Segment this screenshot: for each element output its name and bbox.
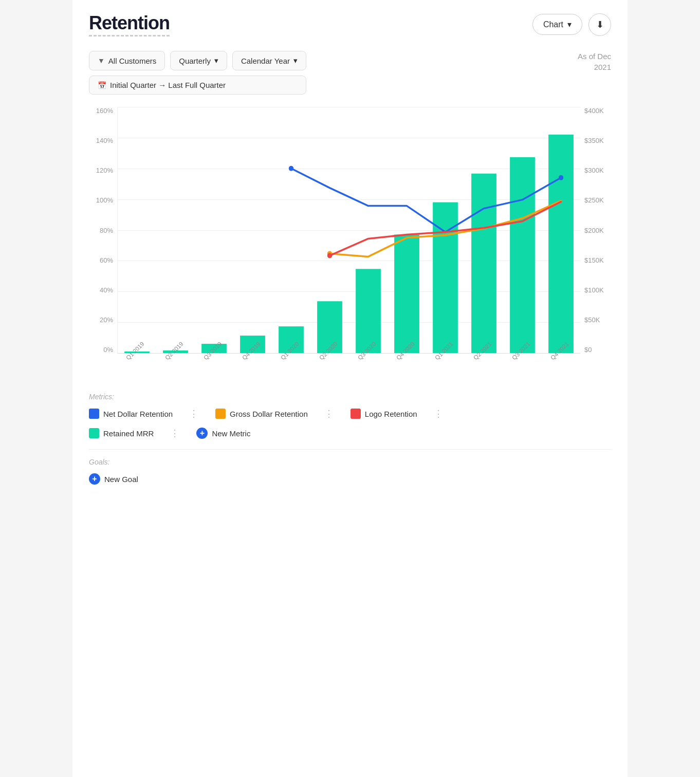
y-left-40: 40% <box>100 286 113 294</box>
calendar-icon: 📅 <box>98 81 106 89</box>
x-label-q1-2019: Q1 2019 <box>117 357 156 363</box>
quarterly-filter[interactable]: Quarterly ▾ <box>170 51 227 70</box>
y-left-100: 100% <box>96 196 113 204</box>
date-range-label: Initial Quarter → Last Full Quarter <box>110 81 226 89</box>
logo-color-box <box>351 409 361 419</box>
y-axis-left: 160% 140% 120% 100% 80% 60% 40% 20% 0% <box>89 107 117 354</box>
gdr-color-box <box>215 409 226 419</box>
bar-q4-2021 <box>548 135 574 353</box>
calendar-year-chevron-icon: ▾ <box>293 56 298 65</box>
mrr-label: Retained MRR <box>103 429 154 438</box>
ndr-menu-icon[interactable]: ⋮ <box>189 408 199 419</box>
goals-section: Goals: + New Goal <box>89 449 611 485</box>
logo-label: Logo Retention <box>365 410 417 418</box>
chart-button-label: Chart <box>543 20 563 29</box>
legend-logo: Logo Retention <box>351 409 417 419</box>
x-label-q3-2019: Q3 2019 <box>194 357 233 363</box>
quarterly-label: Quarterly <box>179 57 211 65</box>
goals-label: Goals: <box>89 458 611 466</box>
x-label-q4-2021: Q4 2021 <box>542 357 580 363</box>
bar-q3-2021 <box>510 157 535 353</box>
bar-q3-2020 <box>356 269 381 353</box>
y-right-100k: $100K <box>584 286 604 294</box>
all-customers-filter[interactable]: ▼ All Customers <box>89 51 165 70</box>
new-goal-item[interactable]: + New Goal <box>89 473 138 485</box>
x-label-q2-2020: Q2 2020 <box>310 357 348 363</box>
logo-menu-icon[interactable]: ⋮ <box>434 408 444 419</box>
mrr-menu-icon[interactable]: ⋮ <box>170 428 180 439</box>
chart-plot <box>117 107 580 354</box>
download-icon: ⬇ <box>596 19 604 30</box>
y-right-350k: $350K <box>584 137 604 144</box>
bar-q4-2020 <box>394 234 419 353</box>
x-label-q3-2020: Q3 2020 <box>348 357 387 363</box>
goals-row: + New Goal <box>89 473 611 485</box>
y-left-60: 60% <box>100 256 113 264</box>
filter-left-group: ▼ All Customers Quarterly ▾ Calendar Yea… <box>89 51 306 95</box>
y-left-20: 20% <box>100 316 113 324</box>
chart-area: 160% 140% 120% 100% 80% 60% 40% 20% 0% $… <box>89 107 611 374</box>
y-left-160: 160% <box>96 107 113 115</box>
filter-icon: ▼ <box>98 57 105 65</box>
quarterly-chevron-icon: ▾ <box>214 56 218 65</box>
x-label-q4-2019: Q4 2019 <box>233 357 271 363</box>
ndr-color-box <box>89 409 99 419</box>
header-actions: Chart ▾ ⬇ <box>532 13 611 36</box>
y-left-120: 120% <box>96 166 113 174</box>
y-right-300k: $300K <box>584 166 604 174</box>
page-title: Retention <box>89 12 170 36</box>
ndr-point-1 <box>289 166 293 171</box>
x-label-q4-2020: Q4 2020 <box>388 357 426 363</box>
metrics-label: Metrics: <box>89 393 611 401</box>
x-label-q2-2021: Q2 2021 <box>465 357 503 363</box>
y-right-250k: $250K <box>584 196 604 204</box>
chart-view-button[interactable]: Chart ▾ <box>532 14 582 35</box>
y-left-0: 0% <box>103 346 113 354</box>
page-header: Retention Chart ▾ ⬇ <box>89 12 611 36</box>
y-axis-right: $400K $350K $300K $250K $200K $150K $100… <box>580 107 611 354</box>
y-right-200k: $200K <box>584 227 604 234</box>
legend-row-2: Retained MRR ⋮ + New Metric <box>89 428 611 439</box>
ndr-point-last <box>559 175 563 180</box>
legend-mrr: Retained MRR <box>89 428 154 438</box>
new-metric-plus-icon: + <box>196 428 208 439</box>
y-right-150k: $150K <box>584 256 604 264</box>
new-goal-label: New Goal <box>104 475 138 484</box>
calendar-year-filter[interactable]: Calendar Year ▾ <box>232 51 306 70</box>
logo-point-1 <box>327 253 332 258</box>
mrr-color-box <box>89 428 99 438</box>
as-of-date: As of Dec 2021 <box>578 51 611 72</box>
ndr-label: Net Dollar Retention <box>103 410 173 418</box>
filter-bar: ▼ All Customers Quarterly ▾ Calendar Yea… <box>89 51 611 95</box>
new-goal-plus-icon: + <box>89 473 100 485</box>
x-label-q1-2021: Q1 2021 <box>426 357 465 363</box>
all-customers-label: All Customers <box>108 57 156 65</box>
y-right-400k: $400K <box>584 107 604 115</box>
legend-new-metric[interactable]: + New Metric <box>196 428 250 439</box>
x-label-q1-2020: Q1 2020 <box>271 357 310 363</box>
goals-divider <box>89 449 611 450</box>
chart-chevron-icon: ▾ <box>567 20 572 29</box>
legend-ndr: Net Dollar Retention <box>89 409 173 419</box>
legend-gdr: Gross Dollar Retention <box>215 409 308 419</box>
y-left-80: 80% <box>100 227 113 234</box>
x-label-q2-2019: Q2 2019 <box>156 357 194 363</box>
legend-section: Metrics: Net Dollar Retention ⋮ Gross Do… <box>89 384 611 439</box>
chart-svg <box>118 107 580 353</box>
gdr-label: Gross Dollar Retention <box>230 410 308 418</box>
calendar-year-label: Calendar Year <box>241 57 290 65</box>
y-left-140: 140% <box>96 137 113 144</box>
filter-row-1: ▼ All Customers Quarterly ▾ Calendar Yea… <box>89 51 306 70</box>
x-label-q3-2021: Q3 2021 <box>503 357 542 363</box>
download-button[interactable]: ⬇ <box>588 13 611 36</box>
gdr-menu-icon[interactable]: ⋮ <box>324 408 334 419</box>
legend-row-1: Net Dollar Retention ⋮ Gross Dollar Rete… <box>89 408 611 419</box>
date-range-filter[interactable]: 📅 Initial Quarter → Last Full Quarter <box>89 76 306 95</box>
x-axis: Q1 2019 Q2 2019 Q3 2019 Q4 2019 Q1 2020 … <box>117 354 580 374</box>
bar-q2-2021 <box>471 174 496 353</box>
y-right-50k: $50K <box>584 316 600 324</box>
bar-q1-2021 <box>433 202 458 353</box>
new-metric-label: New Metric <box>212 429 250 438</box>
y-right-0: $0 <box>584 346 592 354</box>
